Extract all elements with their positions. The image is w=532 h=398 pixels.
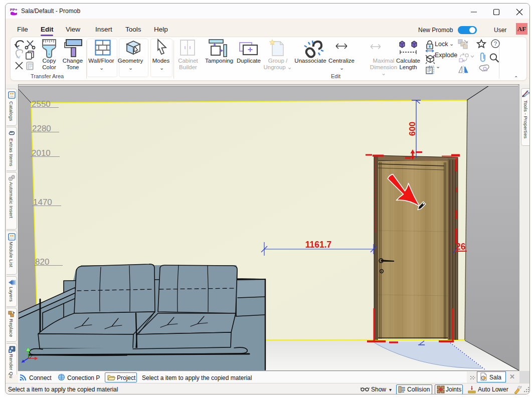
svg-text:1161.7: 1161.7 — [305, 240, 332, 250]
svg-text:600: 600 — [408, 122, 417, 136]
svg-text:PP+: PP+ — [10, 8, 18, 12]
svg-text:26: 26 — [456, 242, 466, 252]
svg-text:?: ? — [494, 41, 497, 47]
